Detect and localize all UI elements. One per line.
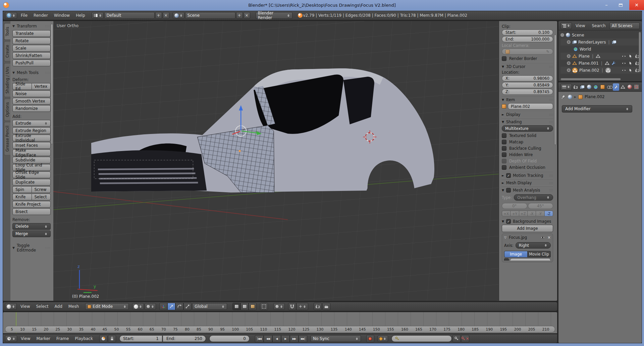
- motion-tracking-checkbox[interactable]: ✓: [506, 173, 511, 178]
- info-menu-item[interactable]: Window: [51, 13, 73, 18]
- backface-culling-checkbox[interactable]: [502, 146, 506, 151]
- screen-layout-icon-button[interactable]: [92, 12, 104, 19]
- slide-vertex-button[interactable]: Vertex: [32, 83, 51, 90]
- panel-header-background-images[interactable]: ✓ Background Images: [502, 217, 553, 224]
- textured-solid-checkbox[interactable]: [502, 133, 506, 138]
- panel-header-transform[interactable]: Transform: [12, 24, 51, 28]
- add-image-button[interactable]: Add Image: [502, 225, 553, 232]
- tab-options[interactable]: Options: [4, 98, 10, 121]
- outliner-row-plane002-active[interactable]: + Plane.002 |: [560, 67, 641, 74]
- panel-header-shading[interactable]: Shading: [502, 118, 553, 124]
- shading-mode-dropdown[interactable]: Multitexture: [502, 125, 553, 132]
- axis-plus-z-button[interactable]: +Z: [519, 211, 528, 216]
- outliner-row-plane[interactable]: + Plane |: [560, 53, 641, 60]
- viewport-menu-item[interactable]: View: [17, 304, 33, 309]
- deform-button[interactable]: Noise: [12, 90, 51, 97]
- tool-shelf-scrollbar[interactable]: [51, 24, 53, 144]
- selected-vertex[interactable]: [239, 150, 240, 152]
- current-frame-field[interactable]: 0: [209, 335, 250, 342]
- close-button[interactable]: ✕: [629, 0, 644, 10]
- manipulator-translate-toggle[interactable]: [167, 303, 175, 310]
- mesh-tool-button[interactable]: Knife Project: [12, 201, 51, 208]
- mode-dropdown[interactable]: Edit Mode: [85, 303, 129, 310]
- tab-scene[interactable]: [586, 83, 592, 91]
- visibility-eye-icon[interactable]: [622, 61, 626, 66]
- pivot-point-dropdown[interactable]: [145, 303, 156, 310]
- scene-icon-button[interactable]: [173, 12, 184, 19]
- knife-button[interactable]: Knife: [12, 194, 32, 200]
- remove-image-button[interactable]: ×: [547, 235, 551, 240]
- outliner-menu-view[interactable]: View: [573, 23, 588, 28]
- pin-icon[interactable]: [561, 94, 566, 99]
- timeline-menu-item[interactable]: Marker: [33, 336, 53, 341]
- hidden-wire-checkbox[interactable]: [502, 152, 506, 157]
- viewport-shading-dropdown[interactable]: [132, 303, 144, 310]
- analysis-type-dropdown[interactable]: Overhang: [514, 194, 553, 201]
- panel-grip-icon[interactable]: [45, 24, 51, 28]
- panel-grip-icon[interactable]: [45, 246, 51, 250]
- add-tool-button[interactable]: Make Edge/Face: [12, 149, 51, 156]
- matcap-checkbox[interactable]: [502, 140, 506, 144]
- analysis-max-angle-field[interactable]: 45°: [528, 203, 553, 209]
- transform-button[interactable]: Push/Pull: [12, 60, 51, 66]
- add-tool-button[interactable]: Inset Faces: [12, 142, 51, 149]
- bg-tab-movie-clip[interactable]: Movie Clip: [528, 251, 551, 258]
- axis-plus-y-button[interactable]: +Y: [511, 211, 519, 216]
- opengl-render-anim-button[interactable]: [322, 303, 330, 310]
- playback-button[interactable]: ▶: [281, 335, 290, 342]
- deform-button[interactable]: Smooth Vertex: [12, 98, 51, 105]
- playback-button[interactable]: ◀◀: [264, 335, 272, 342]
- insert-keyframe-button[interactable]: [452, 335, 461, 342]
- viewport-canvas[interactable]: z y User Ortho (0) Plane.002: [53, 21, 499, 301]
- info-menu-item[interactable]: Help: [73, 13, 88, 18]
- manipulator-rotate-toggle[interactable]: [175, 303, 183, 310]
- timeline-area[interactable]: 5101520253035404550556065707580859095100…: [3, 312, 557, 333]
- outliner-row-renderlayers[interactable]: + RenderLayers |: [560, 39, 641, 46]
- add-tool-button[interactable]: Offset Edge Slide: [12, 171, 51, 178]
- outliner-filter-dropdown[interactable]: All Scenes: [609, 22, 640, 29]
- outliner-row-world[interactable]: World: [560, 46, 641, 53]
- eyedropper-icon[interactable]: ✎: [546, 49, 549, 54]
- outliner-horizontal-scrollbar[interactable]: [560, 78, 621, 80]
- expand-icon[interactable]: +: [567, 40, 571, 44]
- add-scene-button[interactable]: +: [236, 12, 243, 19]
- record-button[interactable]: [366, 335, 374, 342]
- tab-tools[interactable]: Tools: [4, 23, 10, 40]
- outliner-vertical-scrollbar[interactable]: [639, 32, 641, 72]
- tab-material[interactable]: [627, 83, 633, 91]
- add-layout-button[interactable]: +: [155, 12, 162, 19]
- cursor-x-field[interactable]: X: 0.98060: [502, 75, 553, 81]
- add-tool-button[interactable]: Subdivide: [12, 157, 51, 163]
- frame-start-field[interactable]: Start: 1: [119, 335, 162, 342]
- auto-key-mode-dropdown[interactable]: [378, 335, 388, 342]
- lock-time-toggle[interactable]: [108, 335, 116, 342]
- cursor-z-field[interactable]: Z: 0.89745: [502, 89, 553, 95]
- outliner-row-plane001[interactable]: + Plane.001 |: [560, 60, 641, 67]
- cursor-y-field[interactable]: Y: 0.85849: [502, 82, 553, 88]
- tab-create[interactable]: Create: [4, 41, 10, 61]
- add-tool-button[interactable]: Loop Cut and Slide: [12, 164, 51, 171]
- tab-render-layers[interactable]: [579, 83, 585, 91]
- tab-grease-pencil[interactable]: Grease Pencil: [4, 122, 10, 155]
- maximize-button[interactable]: [614, 0, 627, 10]
- remove-dropdown[interactable]: Merge: [12, 230, 51, 237]
- add-tool-button[interactable]: Extrude Region: [12, 127, 51, 134]
- panel-grip-icon[interactable]: [45, 71, 51, 74]
- clip-end-field[interactable]: End: 1000.000: [502, 36, 553, 42]
- tab-object-data[interactable]: [620, 83, 626, 91]
- transform-button[interactable]: Translate: [12, 30, 51, 37]
- expand-icon[interactable]: +: [567, 68, 571, 72]
- window-titlebar[interactable]: Blender* [C:\Users\Rick_2\Desktop\Focus …: [0, 0, 644, 10]
- proportional-edit-dropdown[interactable]: [273, 303, 285, 310]
- object-name-field[interactable]: Plane.002: [508, 103, 553, 110]
- edge-select-button[interactable]: [240, 303, 249, 310]
- frame-end-field[interactable]: End: 250: [163, 335, 206, 342]
- ambient-occlusion-checkbox[interactable]: [502, 165, 506, 170]
- expand-icon[interactable]: +: [567, 54, 571, 58]
- info-menu-item[interactable]: Render: [31, 13, 51, 18]
- editor-type-selector-timeline[interactable]: [5, 335, 17, 342]
- add-tool-button[interactable]: Extrude Individual: [12, 135, 51, 141]
- bg-tab-image[interactable]: Image: [504, 251, 528, 258]
- mesh-tool-button[interactable]: Bisect: [12, 208, 51, 215]
- tab-modifiers[interactable]: [613, 83, 619, 91]
